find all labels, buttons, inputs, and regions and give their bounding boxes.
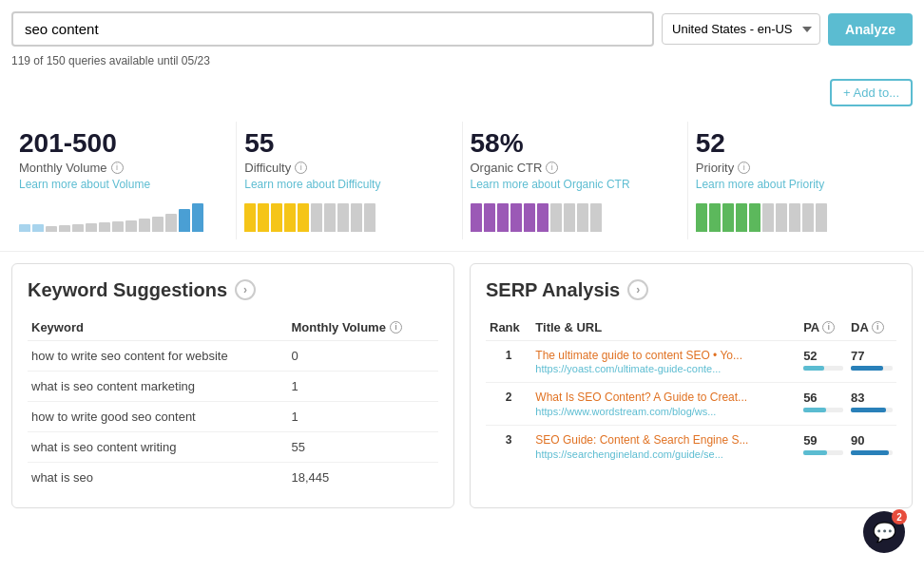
bar <box>19 224 30 232</box>
serp-title[interactable]: What Is SEO Content? A Guide to Creat... <box>535 391 796 406</box>
ctr-learn-more[interactable]: Learn more about Organic CTR <box>471 178 672 191</box>
volume-col-info-icon[interactable]: i <box>390 321 402 334</box>
serp-col-da: DA i <box>847 315 896 341</box>
bar <box>749 203 760 232</box>
volume-value: 201-500 <box>19 129 221 159</box>
da-info-icon[interactable]: i <box>872 321 884 334</box>
metrics-row: 201-500 Monthly Volume i Learn more abou… <box>0 114 924 252</box>
bar <box>86 223 97 232</box>
difficulty-info-icon[interactable]: i <box>295 162 307 174</box>
bar <box>271 203 282 232</box>
serp-title[interactable]: SEO Guide: Content & Search Engine S... <box>535 433 796 448</box>
table-row: 2 What Is SEO Content? A Guide to Creat.… <box>486 383 896 426</box>
serp-da-cell: 83 <box>847 383 896 426</box>
kw-cell-volume: 18,445 <box>287 462 438 492</box>
add-to-button[interactable]: + Add to... <box>830 79 913 106</box>
volume-bar-chart <box>19 199 221 232</box>
bar <box>324 203 336 232</box>
pa-bar-fill <box>803 450 827 455</box>
serp-url[interactable]: https://yoast.com/ultimate-guide-conte..… <box>535 363 796 374</box>
da-bar-fill <box>851 450 889 455</box>
volume-label: Monthly Volume i <box>19 161 221 175</box>
serp-rank: 2 <box>486 383 531 426</box>
bar <box>351 203 362 232</box>
bar <box>471 203 482 232</box>
bar <box>152 217 164 232</box>
priority-value: 52 <box>696 129 897 159</box>
pa-bar <box>803 366 843 371</box>
difficulty-label: Difficulty i <box>244 161 446 175</box>
serp-da-cell: 90 <box>847 425 896 467</box>
serp-url[interactable]: https://www.wordstream.com/blog/ws... <box>535 406 796 417</box>
kw-cell-volume: 55 <box>287 431 438 462</box>
bar <box>537 203 549 232</box>
kw-cell-keyword: how to write good seo content <box>28 401 287 431</box>
table-row: what is seo content marketing 1 <box>28 371 438 401</box>
serp-pa-cell: 52 <box>799 340 847 383</box>
bar <box>484 203 495 232</box>
priority-learn-more[interactable]: Learn more about Priority <box>696 178 897 191</box>
bar <box>337 203 349 232</box>
table-row: how to write seo content for website 0 <box>28 340 438 371</box>
da-bar <box>851 450 893 455</box>
ctr-info-icon[interactable]: i <box>546 162 558 174</box>
volume-info-icon[interactable]: i <box>111 162 124 174</box>
serp-url[interactable]: https://searchengineland.com/guide/se... <box>535 448 796 460</box>
serp-col-pa: PA i <box>799 315 847 341</box>
kw-cell-keyword: how to write seo content for website <box>28 340 287 371</box>
da-bar <box>851 408 893 412</box>
bar <box>298 203 309 232</box>
table-row: how to write good seo content 1 <box>28 401 438 431</box>
serp-title[interactable]: The ultimate guide to content SEO • Yo..… <box>535 349 796 364</box>
kw-cell-volume: 0 <box>287 340 438 371</box>
analyze-button[interactable]: Analyze <box>828 13 913 46</box>
bar <box>59 225 70 232</box>
priority-metric: 52 Priority i Learn more about Priority <box>688 122 913 239</box>
kw-cell-volume: 1 <box>287 401 438 431</box>
search-input[interactable]: seo content <box>11 11 654 47</box>
keyword-table: Keyword Monthly Volume i how to write se… <box>28 315 438 492</box>
bar <box>46 226 57 232</box>
bar <box>99 222 110 232</box>
volume-metric: 201-500 Monthly Volume i Learn more abou… <box>11 122 237 239</box>
bar <box>709 203 721 232</box>
serp-title-url: The ultimate guide to content SEO • Yo..… <box>531 340 799 383</box>
keyword-suggestions-expand[interactable]: › <box>235 279 256 300</box>
country-select[interactable]: United States - en-US <box>662 13 820 45</box>
pa-info-icon[interactable]: i <box>822 321 835 334</box>
bar <box>524 203 535 232</box>
main-content: Keyword Suggestions › Keyword Monthly Vo… <box>0 252 924 520</box>
ctr-label: Organic CTR i <box>471 161 672 175</box>
bar <box>816 203 827 232</box>
difficulty-learn-more[interactable]: Learn more about Difficulty <box>244 178 446 191</box>
difficulty-value: 55 <box>244 129 446 159</box>
volume-learn-more[interactable]: Learn more about Volume <box>19 178 221 191</box>
chat-badge: 2 <box>892 509 907 520</box>
priority-info-icon[interactable]: i <box>738 162 750 174</box>
da-bar-fill <box>851 408 885 412</box>
serp-col-title: Title & URL <box>531 315 799 341</box>
pa-score: 52 <box>803 349 843 363</box>
serp-analysis-expand[interactable]: › <box>627 279 648 300</box>
serp-title-url: What Is SEO Content? A Guide to Creat...… <box>531 383 799 426</box>
bar <box>165 214 177 232</box>
bar <box>311 203 322 232</box>
bar <box>550 203 562 232</box>
priority-bar-chart <box>696 199 897 232</box>
pa-bar <box>803 450 843 455</box>
da-bar-fill <box>851 366 883 371</box>
serp-table: Rank Title & URL PA i DA i <box>486 315 896 467</box>
serp-col-rank: Rank <box>486 315 531 341</box>
bar <box>590 203 602 232</box>
kw-cell-keyword: what is seo content marketing <box>28 371 287 401</box>
kw-cell-volume: 1 <box>287 371 438 401</box>
bar <box>139 219 150 232</box>
bar <box>722 203 734 232</box>
da-bar <box>851 366 893 371</box>
kw-cell-keyword: what is seo content writing <box>28 431 287 462</box>
table-row: what is seo content writing 55 <box>28 431 438 462</box>
keyword-suggestions-section: Keyword Suggestions › Keyword Monthly Vo… <box>11 263 454 508</box>
ctr-value: 58% <box>471 129 672 159</box>
table-row: what is seo 18,445 <box>28 462 438 492</box>
serp-rank: 1 <box>486 340 531 383</box>
